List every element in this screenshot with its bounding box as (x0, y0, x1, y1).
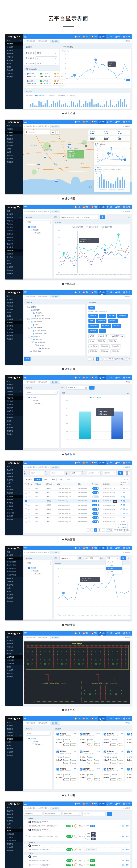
close-icon[interactable]: × (48, 211, 49, 213)
table-row[interactable]: 101user林某某2278728915@qq.com18788888888开启… (24, 520, 130, 524)
tab-电力运作报表[interactable]: 电力运作报表× (38, 552, 49, 554)
search-button[interactable] (100, 215, 105, 219)
contact-chip[interactable]: 短信 (90, 859, 95, 862)
delete-icon[interactable] (123, 492, 125, 494)
status-toggle[interactable]: 开启 (92, 500, 99, 502)
tree-node[interactable]: ▸测试电表2 (26, 569, 50, 572)
table-row[interactable]: 101user林某某2278728915@qq.com18788888888开启… (24, 507, 130, 511)
alarm-紧急[interactable]: 紧急 (81, 546, 90, 550)
checkbox[interactable] (30, 741, 32, 742)
checkbox[interactable] (26, 856, 27, 858)
sidebar-subitem-环比分析[interactable]: 环比分析 (5, 229, 23, 232)
checkbox[interactable] (25, 517, 27, 519)
edit-icon[interactable] (121, 513, 122, 515)
more-icon[interactable]: ⋯ (126, 508, 128, 510)
sidebar-subitem-待发布组态[interactable]: 待发布组态 (5, 659, 23, 662)
sidebar-item-设备管理[interactable]: 设备管理‹ (5, 750, 23, 754)
tab-电力运作报表[interactable]: 电力运作报表× (38, 211, 49, 213)
nav-文档[interactable]: 文档 (98, 290, 106, 294)
tab-电力运作报表[interactable]: 电力运作报表× (38, 125, 49, 127)
device-chip[interactable]: 测试分组5 (97, 339, 106, 343)
nav-文档[interactable]: 文档 (98, 375, 106, 380)
tab-电力极值报表[interactable]: 电力极值报表× (27, 637, 37, 639)
sidebar-item-系统监控[interactable]: 系统监控‹ (5, 160, 23, 164)
nav-全屏[interactable]: 全屏 (106, 716, 114, 721)
table-row[interactable]: 101user林某某2278728915@qq.com18788888888开启… (24, 511, 130, 516)
checkbox[interactable] (26, 852, 27, 854)
tab-电力数据[interactable]: 电力数据× (50, 380, 60, 384)
tabs-scroll-right[interactable]: » (123, 722, 124, 724)
sidebar-item-触发器[interactable]: 触发器‹ (5, 262, 23, 266)
sidebar-subitem-用电分析[interactable]: 用电分析 (5, 219, 23, 222)
contact-chip[interactable]: 邮箱 (91, 832, 96, 835)
tab-电力极值报表[interactable]: 电力极值报表× (27, 466, 37, 468)
tab-电力极值报表[interactable]: 电力极值报表× (27, 722, 37, 724)
alarm-紧急[interactable]: 紧急 (81, 631, 90, 636)
checkbox[interactable] (25, 484, 27, 485)
menu-toggle-button[interactable] (23, 716, 28, 721)
nav-文档[interactable]: 文档 (98, 716, 106, 721)
sidebar-item-系统管理[interactable]: 系统管理‹ (5, 429, 23, 433)
page-1[interactable]: 1 (92, 358, 95, 361)
close-icon[interactable]: × (48, 722, 49, 724)
close-icon[interactable]: × (58, 381, 59, 383)
sidebar-subitem-电力运作报表[interactable]: 电力运作报表 (5, 563, 23, 567)
group-chip[interactable]: 测试分组3 (96, 319, 106, 323)
stat-card[interactable]: 当月用电95.60 (26, 79, 38, 86)
tab-电力数据[interactable]: 电力数据× (50, 721, 60, 724)
sidebar-item-系统管理[interactable]: 系统管理‹ (5, 596, 23, 600)
sidebar-subitem-添加设备[interactable]: 添加设备 (5, 331, 23, 334)
sidebar-item-系统监控[interactable]: 系统监控‹ (5, 272, 23, 275)
circuit-tree-node[interactable]: −测试电表2 (26, 309, 84, 311)
delete-icon[interactable] (123, 488, 125, 490)
nav-锁屏[interactable]: 锁屏 (114, 34, 122, 39)
sidebar-subitem-用能概述[interactable]: 用能概述 (5, 42, 23, 45)
tab-电力数据[interactable]: 电力数据× (50, 466, 60, 469)
close-icon[interactable]: × (48, 807, 49, 809)
status-toggle[interactable]: 开启 (92, 504, 99, 506)
device-chip[interactable]: TP622-老化房 (97, 334, 109, 338)
sidebar-item-系统监控[interactable]: 系统监控‹ (5, 433, 23, 436)
sidebar-item-系统管理[interactable]: 系统管理‹ (5, 747, 23, 750)
close-icon[interactable]: × (58, 125, 59, 127)
tab-电力运作报表[interactable]: 电力运作报表× (38, 40, 49, 42)
rule-action-编辑[interactable]: 编辑 (122, 860, 125, 862)
device-chip[interactable]: 1号库 (89, 334, 95, 338)
checkbox[interactable] (107, 564, 109, 566)
nav-文档[interactable]: 文档 (98, 34, 106, 39)
device-chip[interactable]: 测试分组5 (107, 339, 117, 343)
group-chip[interactable]: METER表 (101, 324, 111, 328)
table-row[interactable]: 101user林某某2278728915@qq.com18788888888关闭… (24, 495, 130, 499)
tabs-scroll-right[interactable]: » (123, 381, 124, 383)
refresh-button[interactable]: 刷新 (125, 552, 130, 554)
close-icon[interactable]: × (48, 552, 49, 553)
nav-文档[interactable]: 文档 (98, 546, 106, 550)
tabs-scroll-left[interactable]: « (24, 552, 25, 553)
field-select[interactable]: 电∨ (35, 56, 57, 60)
view-link[interactable]: 查看 (97, 750, 100, 752)
checkbox[interactable] (107, 571, 109, 572)
tabs-scroll-left[interactable]: « (24, 637, 25, 639)
close-icon[interactable]: × (36, 125, 37, 127)
sidebar-subitem-职系管理[interactable]: 职系管理 (5, 505, 23, 508)
more-icon[interactable]: ⋯ (126, 496, 128, 498)
per-page-select[interactable]: 10条/页 (107, 358, 115, 361)
checkbox[interactable] (25, 496, 27, 498)
tree-node[interactable]: 测试电表3 (26, 743, 50, 746)
close-icon[interactable]: × (58, 466, 59, 468)
sidebar-subitem-电力运行日报[interactable]: 电力运行日报 (5, 570, 23, 574)
checkbox[interactable] (26, 842, 27, 843)
radio-过去31天[interactable]: 过去31天 (103, 169, 109, 170)
sidebar-subitem-角色管理[interactable]: 角色管理 (5, 498, 23, 501)
tabs-scroll-left[interactable]: « (24, 40, 25, 42)
sidebar-subitem-报警记录[interactable]: 报警记录 (5, 836, 23, 839)
view-link[interactable]: 查看 (121, 750, 123, 752)
tree-root-select[interactable]: 拓普瑞∨ (26, 220, 50, 224)
tree-root-select[interactable]: 拓普瑞∨ (26, 732, 50, 736)
sidebar-subitem-文档管理[interactable]: 文档管理 (5, 515, 23, 518)
view-link[interactable]: 查看 (97, 768, 100, 770)
search-button[interactable] (89, 386, 95, 390)
menu-toggle-button[interactable] (23, 120, 28, 124)
close-icon[interactable]: × (36, 40, 37, 42)
tabs-scroll-right[interactable]: » (123, 125, 124, 127)
